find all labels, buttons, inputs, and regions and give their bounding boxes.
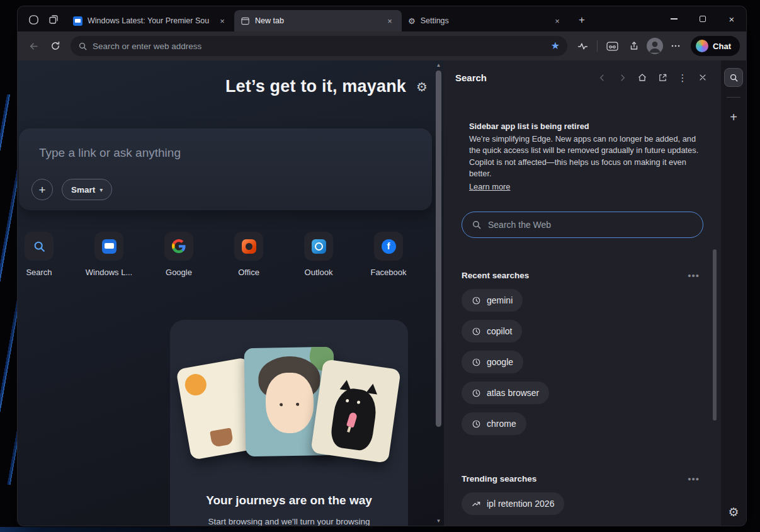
scroll-down-arrow[interactable]: ▼ — [434, 518, 443, 524]
quick-link-search[interactable]: Search — [19, 232, 59, 277]
panel-more-options-icon[interactable]: ⋮ — [677, 72, 688, 83]
browser-window: Windows Latest: Your Premier Sou × New t… — [18, 6, 746, 526]
trending-searches-list: ipl retention 2026 — [462, 492, 700, 515]
quick-link-outlook[interactable]: Outlook — [298, 232, 339, 277]
desktop-wallpaper — [0, 94, 19, 485]
trending-searches-title: Trending searches — [462, 474, 536, 484]
settings-menu-icon[interactable] — [666, 37, 685, 55]
tab-windows-latest[interactable]: Windows Latest: Your Premier Sou × — [67, 10, 234, 31]
maximize-button[interactable] — [688, 6, 717, 31]
favorites-star-icon[interactable]: ★ — [551, 41, 560, 51]
search-icon — [33, 240, 46, 253]
search-icon — [729, 73, 739, 82]
person-icon — [647, 38, 663, 54]
refresh-button[interactable] — [46, 37, 65, 55]
tab-settings[interactable]: ⚙ Settings × — [402, 10, 569, 31]
scrollbar-thumb[interactable] — [436, 71, 441, 427]
prompt-input[interactable] — [39, 146, 392, 160]
recent-search-chip[interactable]: chrome — [462, 412, 526, 435]
address-bar[interactable]: ★ — [71, 36, 567, 56]
new-tab-page: Let’s get to it, mayank ⚙ + Smart ▾ Sear… — [18, 60, 444, 526]
prompt-add-button[interactable]: + — [31, 179, 53, 200]
quick-link-windows-latest[interactable]: Windows L... — [89, 232, 129, 277]
rail-divider — [727, 97, 740, 98]
history-icon — [472, 358, 481, 367]
sidebar-search-input[interactable] — [488, 220, 693, 230]
journeys-illustration — [182, 348, 396, 472]
rail-add-button[interactable]: + — [724, 108, 743, 127]
desktop-wallpaper-edge — [0, 527, 760, 532]
retirement-notice: Sidebar app list is being retired We're … — [469, 121, 702, 193]
tab-new-tab[interactable]: New tab × — [234, 10, 402, 31]
smart-label: Smart — [71, 185, 95, 195]
copilot-chat-button[interactable]: Chat — [691, 36, 740, 56]
recent-searches-more-icon[interactable]: ••• — [688, 271, 700, 280]
tab-close-icon[interactable]: × — [384, 15, 395, 26]
recent-search-chip[interactable]: atlas browser — [462, 382, 549, 404]
back-button[interactable] — [24, 37, 43, 55]
prompt-box[interactable]: + Smart ▾ — [19, 128, 432, 210]
tab-close-icon[interactable]: × — [552, 15, 563, 26]
notice-body-1: We're simplifying Edge. New apps can no … — [469, 133, 702, 157]
copilot-vision-icon[interactable] — [603, 37, 621, 55]
office-icon — [242, 239, 256, 254]
quick-link-google[interactable]: Google — [159, 232, 199, 277]
new-tab-button[interactable]: + — [573, 11, 591, 29]
windows-latest-icon — [102, 239, 116, 254]
open-in-new-window-icon[interactable] — [657, 72, 668, 83]
tab-label: Settings — [421, 16, 547, 25]
copilot-mode-icon[interactable] — [25, 11, 42, 28]
minimize-button[interactable] — [659, 6, 688, 31]
share-icon[interactable] — [625, 37, 644, 55]
notice-title: Sidebar app list is being retired — [469, 121, 702, 133]
scroll-up-arrow[interactable]: ▲ — [434, 62, 443, 68]
rail-settings-gear-icon[interactable]: ⚙ — [728, 506, 739, 518]
browser-essentials-icon[interactable] — [573, 37, 592, 55]
notice-body-2: Copilot is not affected—this helps us fo… — [469, 157, 702, 180]
main-scrollbar[interactable]: ▲ ▼ — [434, 60, 443, 526]
new-tab-favicon — [241, 16, 250, 26]
trending-searches-more-icon[interactable]: ••• — [688, 474, 700, 484]
settings-favicon: ⚙ — [408, 16, 416, 26]
outlook-icon — [312, 239, 326, 254]
toolbar-divider — [597, 40, 598, 52]
quick-link-facebook[interactable]: f Facebook — [368, 232, 409, 277]
search-icon — [472, 220, 482, 230]
address-input[interactable] — [93, 42, 546, 51]
learn-more-link[interactable]: Learn more — [469, 181, 510, 193]
panel-home-icon[interactable] — [637, 72, 648, 83]
history-icon — [472, 388, 481, 398]
history-icon — [472, 327, 481, 336]
recent-search-chip[interactable]: google — [462, 351, 523, 373]
chat-label: Chat — [713, 42, 731, 51]
history-icon — [472, 419, 481, 429]
sidebar-scrollbar-thumb[interactable] — [713, 249, 717, 421]
panel-forward-icon[interactable] — [616, 72, 628, 83]
facebook-icon: f — [382, 239, 396, 254]
journeys-description: Start browsing and we'll turn your brows… — [199, 516, 379, 526]
recent-search-chip[interactable]: copilot — [462, 320, 522, 342]
journeys-title: Your journeys are on the way — [170, 494, 408, 507]
quick-link-office[interactable]: Office — [229, 232, 269, 277]
trending-up-icon — [472, 499, 481, 509]
windows-latest-favicon — [73, 16, 82, 26]
panel-back-icon[interactable] — [596, 72, 608, 83]
tab-actions-icon[interactable] — [45, 11, 62, 28]
recent-searches-title: Recent searches — [462, 271, 529, 280]
history-icon — [472, 296, 481, 305]
sidebar-search-box[interactable] — [462, 212, 703, 238]
page-settings-gear-icon[interactable]: ⚙ — [416, 81, 428, 93]
smart-mode-dropdown[interactable]: Smart ▾ — [62, 179, 112, 200]
search-icon — [78, 42, 88, 51]
sidebar-search-panel: Search ⋮ — [444, 60, 721, 526]
rail-search-button[interactable] — [724, 68, 743, 87]
trending-search-chip[interactable]: ipl retention 2026 — [462, 492, 564, 515]
google-icon — [172, 239, 186, 253]
journeys-card: Your journeys are on the way Start brows… — [170, 320, 408, 526]
toolbar: ★ Chat — [18, 31, 746, 60]
close-button[interactable]: × — [717, 6, 746, 31]
profile-avatar[interactable] — [647, 38, 663, 54]
tab-close-icon[interactable]: × — [217, 15, 228, 26]
panel-close-icon[interactable] — [697, 72, 708, 83]
recent-search-chip[interactable]: gemini — [462, 289, 523, 312]
